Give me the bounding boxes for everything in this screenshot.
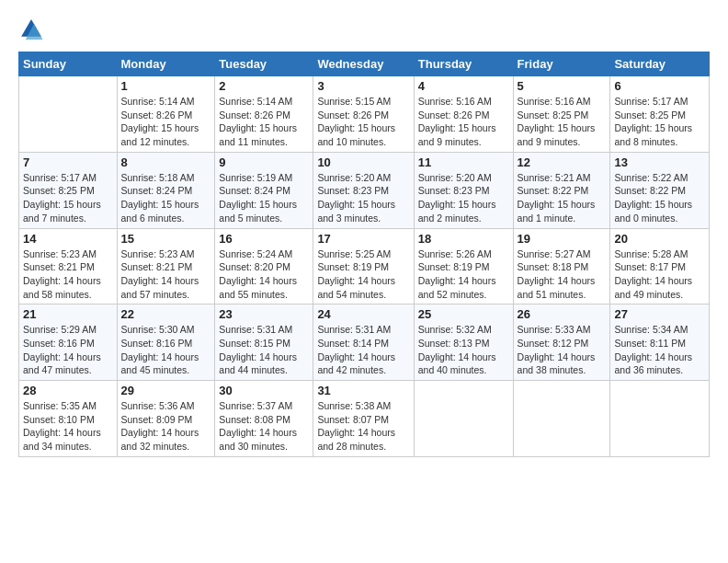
day-info: Sunrise: 5:22 AM Sunset: 8:22 PM Dayligh… <box>614 171 705 225</box>
logo <box>18 17 48 42</box>
calendar-cell: 30Sunrise: 5:37 AM Sunset: 8:08 PM Dayli… <box>215 381 313 457</box>
day-info: Sunrise: 5:34 AM Sunset: 8:11 PM Dayligh… <box>614 323 705 377</box>
calendar-cell: 2Sunrise: 5:14 AM Sunset: 8:26 PM Daylig… <box>215 76 313 153</box>
day-info: Sunrise: 5:29 AM Sunset: 8:16 PM Dayligh… <box>23 323 113 377</box>
calendar-week-row: 28Sunrise: 5:35 AM Sunset: 8:10 PM Dayli… <box>19 381 710 457</box>
day-info: Sunrise: 5:36 AM Sunset: 8:09 PM Dayligh… <box>121 399 211 454</box>
day-info: Sunrise: 5:26 AM Sunset: 8:19 PM Dayligh… <box>418 247 509 302</box>
day-info: Sunrise: 5:16 AM Sunset: 8:26 PM Dayligh… <box>418 95 509 149</box>
calendar-week-row: 1Sunrise: 5:14 AM Sunset: 8:26 PM Daylig… <box>19 76 710 153</box>
calendar-cell: 24Sunrise: 5:31 AM Sunset: 8:14 PM Dayli… <box>313 304 414 381</box>
day-number: 11 <box>418 155 509 169</box>
day-info: Sunrise: 5:24 AM Sunset: 8:20 PM Dayligh… <box>219 247 309 302</box>
day-number: 27 <box>614 307 705 321</box>
day-info: Sunrise: 5:14 AM Sunset: 8:26 PM Dayligh… <box>219 95 309 149</box>
calendar-cell: 23Sunrise: 5:31 AM Sunset: 8:15 PM Dayli… <box>215 304 313 381</box>
day-info: Sunrise: 5:28 AM Sunset: 8:17 PM Dayligh… <box>614 247 705 302</box>
calendar-cell: 7Sunrise: 5:17 AM Sunset: 8:25 PM Daylig… <box>19 152 118 228</box>
day-info: Sunrise: 5:27 AM Sunset: 8:18 PM Dayligh… <box>518 247 607 302</box>
day-number: 4 <box>418 79 509 93</box>
day-number: 9 <box>219 155 309 169</box>
day-info: Sunrise: 5:35 AM Sunset: 8:10 PM Dayligh… <box>23 399 113 454</box>
day-info: Sunrise: 5:31 AM Sunset: 8:15 PM Dayligh… <box>219 323 309 377</box>
calendar-cell <box>19 76 118 153</box>
day-number: 28 <box>23 384 113 397</box>
day-info: Sunrise: 5:32 AM Sunset: 8:13 PM Dayligh… <box>418 323 509 377</box>
header <box>18 17 710 42</box>
day-info: Sunrise: 5:18 AM Sunset: 8:24 PM Dayligh… <box>121 171 211 225</box>
day-number: 8 <box>121 155 211 169</box>
day-number: 23 <box>219 307 309 321</box>
calendar-cell: 17Sunrise: 5:25 AM Sunset: 8:19 PM Dayli… <box>313 228 414 304</box>
day-info: Sunrise: 5:38 AM Sunset: 8:07 PM Dayligh… <box>317 399 409 454</box>
day-number: 24 <box>317 307 409 321</box>
day-info: Sunrise: 5:23 AM Sunset: 8:21 PM Dayligh… <box>121 247 211 302</box>
day-number: 25 <box>418 307 509 321</box>
weekday-header-saturday: Saturday <box>610 52 710 76</box>
weekday-header-tuesday: Tuesday <box>215 52 313 76</box>
calendar-cell: 31Sunrise: 5:38 AM Sunset: 8:07 PM Dayli… <box>313 381 414 457</box>
day-info: Sunrise: 5:23 AM Sunset: 8:21 PM Dayligh… <box>23 247 113 302</box>
day-info: Sunrise: 5:14 AM Sunset: 8:26 PM Dayligh… <box>121 95 211 149</box>
calendar-cell: 5Sunrise: 5:16 AM Sunset: 8:25 PM Daylig… <box>513 76 610 153</box>
day-info: Sunrise: 5:20 AM Sunset: 8:23 PM Dayligh… <box>317 171 409 225</box>
calendar-week-row: 21Sunrise: 5:29 AM Sunset: 8:16 PM Dayli… <box>19 304 710 381</box>
day-info: Sunrise: 5:15 AM Sunset: 8:26 PM Dayligh… <box>317 95 409 149</box>
day-info: Sunrise: 5:16 AM Sunset: 8:25 PM Dayligh… <box>518 95 607 149</box>
day-number: 6 <box>614 79 705 93</box>
calendar-cell: 13Sunrise: 5:22 AM Sunset: 8:22 PM Dayli… <box>610 152 710 228</box>
day-number: 20 <box>614 232 705 246</box>
calendar-cell: 28Sunrise: 5:35 AM Sunset: 8:10 PM Dayli… <box>19 381 118 457</box>
calendar-cell: 12Sunrise: 5:21 AM Sunset: 8:22 PM Dayli… <box>513 152 610 228</box>
day-number: 2 <box>219 79 309 93</box>
weekday-header-wednesday: Wednesday <box>313 52 414 76</box>
calendar-cell: 11Sunrise: 5:20 AM Sunset: 8:23 PM Dayli… <box>414 152 513 228</box>
calendar-cell: 14Sunrise: 5:23 AM Sunset: 8:21 PM Dayli… <box>19 228 118 304</box>
calendar-cell: 3Sunrise: 5:15 AM Sunset: 8:26 PM Daylig… <box>313 76 414 153</box>
day-info: Sunrise: 5:31 AM Sunset: 8:14 PM Dayligh… <box>317 323 409 377</box>
day-info: Sunrise: 5:30 AM Sunset: 8:16 PM Dayligh… <box>121 323 211 377</box>
calendar-week-row: 7Sunrise: 5:17 AM Sunset: 8:25 PM Daylig… <box>19 152 710 228</box>
day-number: 31 <box>317 384 409 397</box>
calendar-cell: 22Sunrise: 5:30 AM Sunset: 8:16 PM Dayli… <box>117 304 215 381</box>
calendar-cell: 21Sunrise: 5:29 AM Sunset: 8:16 PM Dayli… <box>19 304 118 381</box>
day-number: 30 <box>219 384 309 397</box>
day-number: 29 <box>121 384 211 397</box>
day-number: 12 <box>518 155 607 169</box>
calendar-cell: 4Sunrise: 5:16 AM Sunset: 8:26 PM Daylig… <box>414 76 513 153</box>
page: SundayMondayTuesdayWednesdayThursdayFrid… <box>0 0 728 466</box>
calendar-cell <box>513 381 610 457</box>
weekday-header-row: SundayMondayTuesdayWednesdayThursdayFrid… <box>19 52 710 76</box>
weekday-header-thursday: Thursday <box>414 52 513 76</box>
calendar-cell <box>610 381 710 457</box>
calendar-cell: 6Sunrise: 5:17 AM Sunset: 8:25 PM Daylig… <box>610 76 710 153</box>
calendar-cell: 9Sunrise: 5:19 AM Sunset: 8:24 PM Daylig… <box>215 152 313 228</box>
calendar-cell <box>414 381 513 457</box>
day-number: 7 <box>23 155 113 169</box>
calendar-cell: 19Sunrise: 5:27 AM Sunset: 8:18 PM Dayli… <box>513 228 610 304</box>
day-number: 3 <box>317 79 409 93</box>
day-info: Sunrise: 5:20 AM Sunset: 8:23 PM Dayligh… <box>418 171 509 225</box>
calendar-cell: 29Sunrise: 5:36 AM Sunset: 8:09 PM Dayli… <box>117 381 215 457</box>
day-number: 16 <box>219 232 309 246</box>
calendar-week-row: 14Sunrise: 5:23 AM Sunset: 8:21 PM Dayli… <box>19 228 710 304</box>
day-info: Sunrise: 5:37 AM Sunset: 8:08 PM Dayligh… <box>219 399 309 454</box>
calendar-cell: 26Sunrise: 5:33 AM Sunset: 8:12 PM Dayli… <box>513 304 610 381</box>
calendar-cell: 18Sunrise: 5:26 AM Sunset: 8:19 PM Dayli… <box>414 228 513 304</box>
day-number: 22 <box>121 307 211 321</box>
calendar-cell: 20Sunrise: 5:28 AM Sunset: 8:17 PM Dayli… <box>610 228 710 304</box>
calendar-cell: 1Sunrise: 5:14 AM Sunset: 8:26 PM Daylig… <box>117 76 215 153</box>
logo-icon <box>18 17 44 42</box>
day-info: Sunrise: 5:25 AM Sunset: 8:19 PM Dayligh… <box>317 247 409 302</box>
day-number: 5 <box>518 79 607 93</box>
calendar-table: SundayMondayTuesdayWednesdayThursdayFrid… <box>18 52 710 457</box>
day-info: Sunrise: 5:33 AM Sunset: 8:12 PM Dayligh… <box>518 323 607 377</box>
day-number: 14 <box>23 232 113 246</box>
weekday-header-sunday: Sunday <box>19 52 118 76</box>
calendar-cell: 25Sunrise: 5:32 AM Sunset: 8:13 PM Dayli… <box>414 304 513 381</box>
day-info: Sunrise: 5:19 AM Sunset: 8:24 PM Dayligh… <box>219 171 309 225</box>
day-number: 18 <box>418 232 509 246</box>
day-info: Sunrise: 5:21 AM Sunset: 8:22 PM Dayligh… <box>518 171 607 225</box>
calendar-cell: 15Sunrise: 5:23 AM Sunset: 8:21 PM Dayli… <box>117 228 215 304</box>
calendar-cell: 16Sunrise: 5:24 AM Sunset: 8:20 PM Dayli… <box>215 228 313 304</box>
